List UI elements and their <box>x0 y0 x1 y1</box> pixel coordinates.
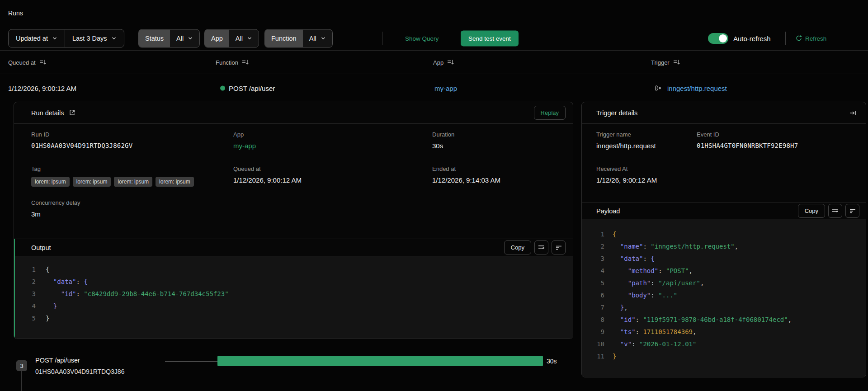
field-label: Event ID <box>697 131 798 138</box>
function-filter-value: All <box>309 35 316 42</box>
field-run-id: Run ID 01HS0AA03V04D91RTDQ3J862GV <box>31 131 132 149</box>
timeline-duration-label: 30s <box>547 358 557 365</box>
divider <box>785 32 786 45</box>
replay-button[interactable]: Replay <box>534 106 566 120</box>
column-label: Function <box>216 59 238 66</box>
code-line: 4 } <box>15 300 573 312</box>
app-link[interactable]: my-app <box>233 142 256 150</box>
code-line: 7 }, <box>582 301 866 314</box>
code-line: 4 "method": "POST", <box>582 265 866 277</box>
sort-field-dropdown[interactable]: Updated at <box>9 29 65 47</box>
auto-refresh-label: Auto-refresh <box>733 34 771 42</box>
divider <box>382 32 382 45</box>
status-dot-icon <box>220 85 225 90</box>
code-line: 1{ <box>15 264 573 276</box>
run-id-value: 01HS0AA03V04D91RTDQ3J862GV <box>31 142 132 149</box>
code-line: 5 "path": "/api/user", <box>582 277 866 289</box>
time-range-value: Last 3 Days <box>72 35 107 42</box>
status-filter-value: All <box>176 35 184 42</box>
run-details-title: Run details <box>31 109 64 117</box>
refresh-label: Refresh <box>805 35 826 42</box>
timeline-duration-bar[interactable] <box>217 356 543 366</box>
word-wrap-button[interactable] <box>534 240 548 254</box>
code-line: 1{ <box>582 228 866 240</box>
column-label: Queued at <box>8 59 36 66</box>
row-function[interactable]: POST /api/user <box>220 84 275 92</box>
trigger-name: inngest/http.request <box>667 84 727 92</box>
word-wrap-icon <box>832 208 839 214</box>
sort-icon <box>242 59 249 66</box>
status-filter[interactable]: Status All <box>138 29 200 47</box>
align-left-icon <box>849 208 856 214</box>
tag-chips: lorem: ipsumlorem: ipsumlorem: ipsumlore… <box>31 177 194 187</box>
output-title: Output <box>31 244 51 251</box>
external-link-icon[interactable] <box>69 109 75 116</box>
row-queued-at: 1/12/2026, 9:00:12 AM <box>8 84 76 92</box>
app-filter-value: All <box>236 35 243 42</box>
column-header-function[interactable]: Function <box>216 59 249 66</box>
show-query-button[interactable]: Show Query <box>405 35 439 42</box>
sort-time-range-dropdown: Updated at Last 3 Days <box>8 29 124 47</box>
column-header-trigger[interactable]: Trigger <box>651 59 680 66</box>
status-filter-label: Status <box>139 29 170 47</box>
event-signal-icon <box>655 85 662 91</box>
timeline-connector-vertical <box>21 371 22 391</box>
field-trigger-name: Trigger name inngest/http.request <box>596 131 656 150</box>
row-app-link[interactable]: my-app <box>434 84 457 92</box>
auto-refresh-toggle[interactable] <box>708 33 728 44</box>
field-label: Concurrency delay <box>31 199 80 206</box>
field-label: App <box>233 131 256 138</box>
field-duration: Duration 30s <box>432 131 454 150</box>
trigger-details-header: Trigger details <box>582 102 866 124</box>
sort-icon <box>447 59 454 66</box>
align-left-icon <box>556 245 562 250</box>
tag-chip: lorem: ipsum <box>114 177 152 187</box>
event-id-value: 01HSHA4GT0FN0NRBKTF92E98H7 <box>697 142 798 149</box>
copy-button[interactable]: Copy <box>798 204 825 218</box>
field-concurrency-delay: Concurrency delay 3m <box>31 199 80 218</box>
timeline-run-id: 01HS0AA03V04D91RTDQ3J86 <box>35 368 124 375</box>
field-tag: Tag lorem: ipsumlorem: ipsumlorem: ipsum… <box>31 165 194 187</box>
payload-code: 1{2 "name": "inngest/http.request",3 "da… <box>582 219 866 377</box>
payload-header: Payload Copy <box>582 203 866 219</box>
sort-icon <box>673 59 680 66</box>
column-header-queued-at[interactable]: Queued at <box>8 59 47 66</box>
code-line: 8 "id": "119f5971-9878-46bd-a18f-4f06801… <box>582 314 866 326</box>
status-filter-dropdown[interactable]: All <box>170 29 199 47</box>
page-title: Runs <box>8 9 23 17</box>
code-line: 9 "ts": 1711051784369, <box>582 326 866 338</box>
expand-lines-button[interactable] <box>552 240 566 254</box>
field-ended-at: Ended at 1/12/2026, 9:14:03 AM <box>432 165 500 184</box>
filter-bar: Updated at Last 3 Days Status All App Al… <box>0 26 868 51</box>
field-app: App my-app <box>233 131 256 150</box>
function-filter-dropdown[interactable]: All <box>303 29 332 47</box>
column-header-app[interactable]: App <box>433 59 454 66</box>
function-filter[interactable]: Function All <box>264 29 333 47</box>
sort-field-value: Updated at <box>16 35 48 42</box>
row-trigger-link[interactable]: inngest/http.request <box>655 84 727 92</box>
output-header[interactable]: Output Copy <box>15 239 573 256</box>
trigger-name-value: inngest/http.request <box>596 142 656 150</box>
word-wrap-button[interactable] <box>828 204 842 218</box>
received-at-value: 1/12/26, 9:00:12 AM <box>596 176 657 184</box>
app-filter[interactable]: App All <box>204 29 259 47</box>
copy-button[interactable]: Copy <box>504 240 531 254</box>
timeline-connector-horizontal <box>165 361 217 362</box>
field-label: Ended at <box>432 165 500 172</box>
timeline-function-name: POST /api/user <box>35 357 80 364</box>
expand-lines-button[interactable] <box>845 204 859 218</box>
tag-chip: lorem: ipsum <box>73 177 111 187</box>
timeline-step-badge[interactable]: 3 <box>16 360 27 371</box>
field-label: Received At <box>596 165 657 172</box>
refresh-icon <box>796 35 802 42</box>
refresh-button[interactable]: Refresh <box>796 35 826 42</box>
trigger-details-panel: Trigger details Trigger name inngest/htt… <box>581 102 866 377</box>
run-details-header: Run details Replay <box>14 102 573 124</box>
collapse-panel-icon[interactable] <box>849 110 857 116</box>
time-range-dropdown[interactable]: Last 3 Days <box>65 29 124 47</box>
app-filter-dropdown[interactable]: All <box>229 29 259 47</box>
output-code: 1{2 "data": {3 "id": "c8429dd9-29b8-44e6… <box>15 256 573 339</box>
table-row[interactable]: 1/12/2026, 9:00:12 AM POST /api/user my-… <box>0 74 868 102</box>
send-test-event-button[interactable]: Send test event <box>461 30 519 46</box>
code-line: 3 "id": "c8429dd9-29b8-44e6-b714-767d34c… <box>15 288 573 300</box>
